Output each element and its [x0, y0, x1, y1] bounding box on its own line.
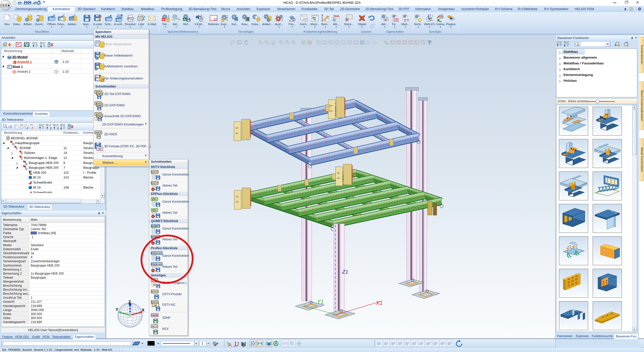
svg-text:R: R [163, 18, 165, 21]
svg-text:Z: Z [128, 300, 131, 304]
svg-text:O: O [436, 342, 438, 343]
svg-text:3D: 3D [98, 147, 102, 150]
svg-text:Z: Z [415, 342, 416, 343]
svg-text:R: R [173, 18, 175, 21]
svg-text:NCX: NCX [152, 325, 157, 328]
svg-text:ER+: ER+ [152, 209, 157, 211]
svg-text:ER+: ER+ [152, 198, 157, 200]
svg-text:Z1: Z1 [342, 269, 348, 275]
svg-text:2: 2 [50, 127, 52, 130]
svg-text:S: S [394, 342, 395, 343]
svg-text:DWG: DWG [97, 114, 102, 117]
svg-text:QOMET: QOMET [151, 225, 160, 227]
svg-text:A: A [385, 19, 387, 21]
svg-text:H: H [30, 173, 31, 175]
svg-text:Z: Z [69, 127, 70, 129]
svg-text:?: ? [639, 8, 640, 10]
svg-text:IGES: IGES [96, 131, 101, 134]
svg-text:DSTV: DSTV [151, 301, 158, 303]
svg-text:1...n: 1...n [289, 19, 294, 22]
svg-text:Y1: Y1 [317, 298, 324, 305]
svg-text:F: F [422, 342, 423, 343]
svg-text:I: I [387, 342, 387, 343]
svg-text:R: R [184, 18, 186, 21]
svg-text:J: J [380, 342, 381, 343]
svg-text:A: A [48, 42, 50, 45]
svg-text:X: X [431, 19, 433, 22]
svg-text:I...: I... [96, 75, 98, 78]
svg-text:x: x [231, 346, 232, 347]
svg-text:A: A [68, 124, 70, 127]
svg-text:NC: NC [154, 304, 157, 306]
svg-text:T: T [408, 342, 409, 343]
svg-text:DSTV: DSTV [151, 182, 158, 184]
svg-text:DSTV: DSTV [151, 170, 158, 173]
svg-text:3: 3 [57, 127, 59, 130]
svg-text:X1: X1 [376, 300, 383, 306]
svg-text:z: z [227, 341, 228, 343]
svg-text:P: P [450, 342, 452, 343]
svg-text:X: X [142, 308, 145, 313]
svg-text:Z: Z [49, 45, 50, 47]
svg-text:DWG: DWG [97, 104, 102, 106]
svg-text:S2: S2 [443, 342, 445, 343]
svg-text:Y: Y [432, 15, 433, 17]
svg-text:DSTV: DSTV [151, 290, 158, 293]
svg-text:SDNF: SDNF [151, 314, 158, 317]
svg-text:−0.001: −0.001 [393, 20, 399, 22]
svg-text:1:?: 1:? [404, 18, 409, 22]
svg-text:N: N [401, 342, 402, 343]
svg-text:Y: Y [115, 307, 118, 312]
svg-text:QP: QP [429, 342, 431, 344]
svg-text:Z: Z [430, 14, 431, 16]
svg-text:DWG: DWG [97, 92, 102, 95]
